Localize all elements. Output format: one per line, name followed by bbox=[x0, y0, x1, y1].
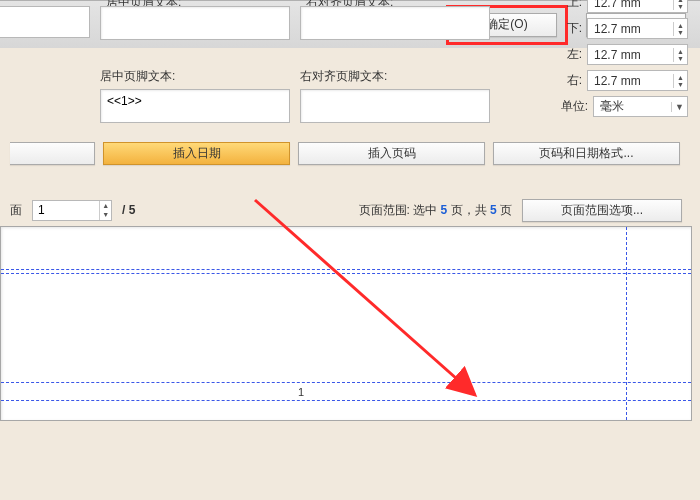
footer-center-textbox[interactable] bbox=[100, 89, 290, 123]
insert-page-button[interactable]: 插入页码 bbox=[298, 142, 485, 165]
margin-left-value: 12.7 mm bbox=[588, 48, 673, 62]
margin-bottom-stepper[interactable]: 12.7 mm ▲▼ bbox=[587, 18, 688, 39]
margin-top-stepper[interactable]: 12.7 mm ▲▼ bbox=[587, 0, 688, 13]
margin-bottom-label: 下: bbox=[558, 20, 582, 37]
header-right-textbox[interactable] bbox=[300, 6, 490, 40]
unit-dropdown[interactable]: 毫米 ▼ bbox=[593, 96, 688, 117]
margin-right-label: 右: bbox=[558, 72, 582, 89]
guide-bottom-2 bbox=[1, 400, 691, 401]
current-page-input[interactable] bbox=[33, 201, 99, 220]
current-page-stepper[interactable]: ▲▼ bbox=[32, 200, 112, 221]
guide-bottom bbox=[1, 382, 691, 383]
preview-page-number: 1 bbox=[298, 386, 304, 398]
chevron-down-icon[interactable]: ▼ bbox=[674, 55, 687, 62]
page-range-text: 页面范围: 选中 5 页，共 5 页 bbox=[359, 202, 512, 219]
left-truncated-textbox[interactable] bbox=[0, 6, 90, 38]
preview-pane: 1 bbox=[0, 226, 692, 421]
unit-value: 毫米 bbox=[594, 98, 671, 115]
chevron-up-icon[interactable]: ▲ bbox=[100, 201, 111, 211]
margin-bottom-value: 12.7 mm bbox=[588, 22, 673, 36]
margin-left-label: 左: bbox=[558, 46, 582, 63]
margin-top-value: 12.7 mm bbox=[588, 0, 673, 10]
chevron-up-icon[interactable]: ▲ bbox=[674, 74, 687, 81]
footer-right-label: 右对齐页脚文本: bbox=[300, 68, 490, 85]
margin-top-label: 上: bbox=[558, 0, 582, 11]
page-total: / 5 bbox=[122, 203, 135, 217]
chevron-down-icon[interactable]: ▼ bbox=[674, 3, 687, 10]
chevron-down-icon[interactable]: ▼ bbox=[100, 210, 111, 220]
chevron-up-icon[interactable]: ▲ bbox=[674, 22, 687, 29]
margin-left-stepper[interactable]: 12.7 mm ▲▼ bbox=[587, 44, 688, 65]
chevron-up-icon[interactable]: ▲ bbox=[674, 48, 687, 55]
guide-right bbox=[626, 227, 627, 420]
page-label-truncated: 面 bbox=[10, 202, 22, 219]
unit-label: 单位: bbox=[558, 98, 588, 115]
truncated-button-left[interactable] bbox=[10, 142, 95, 165]
margin-right-stepper[interactable]: 12.7 mm ▲▼ bbox=[587, 70, 688, 91]
chevron-down-icon[interactable]: ▼ bbox=[674, 29, 687, 36]
page-date-format-button[interactable]: 页码和日期格式... bbox=[493, 142, 680, 165]
margin-right-value: 12.7 mm bbox=[588, 74, 673, 88]
guide-top bbox=[1, 269, 691, 270]
footer-center-label: 居中页脚文本: bbox=[100, 68, 290, 85]
guide-top-2 bbox=[1, 273, 691, 274]
chevron-down-icon[interactable]: ▼ bbox=[674, 81, 687, 88]
page-range-options-button[interactable]: 页面范围选项... bbox=[522, 199, 682, 222]
header-center-textbox[interactable] bbox=[100, 6, 290, 40]
insert-date-button[interactable]: 插入日期 bbox=[103, 142, 290, 165]
chevron-down-icon[interactable]: ▼ bbox=[671, 102, 687, 112]
footer-right-textbox[interactable] bbox=[300, 89, 490, 123]
